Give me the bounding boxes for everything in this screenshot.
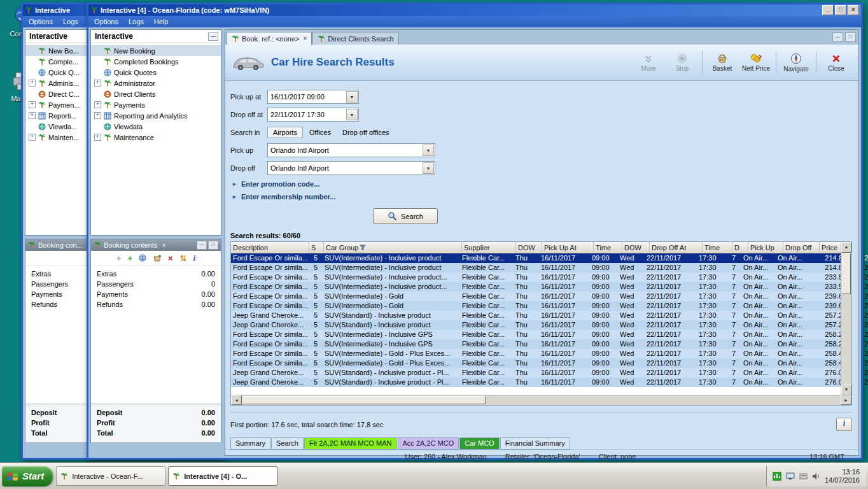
result-row[interactable]: Ford Escape Or simila...5SUV(Intermediat… xyxy=(231,301,851,311)
close-button[interactable]: × xyxy=(848,5,859,15)
tab-book-ref-none[interactable]: Book. ref.: <none>× xyxy=(227,32,312,45)
toolbar-basket-button[interactable]: Basket xyxy=(706,53,738,72)
search-button[interactable]: Search xyxy=(373,208,438,224)
chevron-down-icon[interactable]: ▼ xyxy=(423,145,434,156)
column-header-dow-7[interactable]: DOW xyxy=(622,242,650,253)
tray-chart-icon[interactable] xyxy=(773,472,781,481)
panel-minimize-button[interactable]: — xyxy=(832,32,843,42)
tree-item-direct-clients[interactable]: Direct Clients xyxy=(91,89,221,99)
tree-item-completed-bookings[interactable]: Completed Bookings xyxy=(91,56,221,67)
main-window[interactable]: Interactive [4] - Ocean-Florida (code: w… xyxy=(87,3,863,460)
result-row[interactable]: Jeep Grand Cheroke...5SUV(Standard) - In… xyxy=(231,378,851,387)
column-header-dow-4[interactable]: DOW xyxy=(516,242,542,253)
tray-display-icon[interactable] xyxy=(786,472,795,480)
add-item-icon[interactable]: + xyxy=(127,254,132,262)
column-header-drop-off-12[interactable]: Drop Off xyxy=(783,242,820,253)
scrollbar-thumb[interactable] xyxy=(842,253,851,294)
column-header-d-10[interactable]: D xyxy=(732,242,748,253)
column-header-pick-up-11[interactable]: Pick Up xyxy=(748,242,783,253)
expander-icon[interactable]: + xyxy=(94,112,101,119)
result-row[interactable]: Ford Escape Or simila...5SUV(Intermediat… xyxy=(231,358,851,368)
taskbar-button-interactive-ocean-f[interactable]: Interactive - Ocean-F... xyxy=(56,466,165,486)
tab-direct-clients-search[interactable]: Direct Clients Search xyxy=(312,32,398,45)
transfer-icon[interactable] xyxy=(179,254,187,262)
menu-logs[interactable]: Logs xyxy=(63,18,78,25)
column-header-s-1[interactable]: S xyxy=(309,242,324,253)
main-window-titlebar[interactable]: Interactive [4] - Ocean-Florida (code: w… xyxy=(88,4,861,16)
column-header-time-9[interactable]: Time xyxy=(703,242,732,253)
expander-icon[interactable]: + xyxy=(94,101,101,108)
booking-row-passengers[interactable]: Passengers0 xyxy=(97,279,215,289)
result-row[interactable]: Jeep Grand Cheroke...5SUV(Standard) - In… xyxy=(231,320,851,330)
info-button[interactable]: i xyxy=(836,418,852,431)
menu-logs[interactable]: Logs xyxy=(129,18,144,25)
scroll-down-icon[interactable]: ▼ xyxy=(841,385,851,395)
bottom-tab-financial-summary[interactable]: Financial Summary xyxy=(500,437,570,450)
result-row[interactable]: Ford Escape Or simila...5SUV(Intermediat… xyxy=(231,253,851,263)
expander-icon[interactable]: + xyxy=(94,134,101,141)
result-row[interactable]: Jeep Grand Cheroke...5SUV(Standard) - In… xyxy=(231,368,851,378)
result-row[interactable]: Ford Escape Or simila...5SUV(Intermediat… xyxy=(231,330,851,339)
bottom-tab-flt-2a-2c-man-mco-man[interactable]: Flt 2A,2C MAN MCO MAN xyxy=(304,437,397,450)
search-in-offices[interactable]: Offices xyxy=(304,127,336,138)
add-to-basket-icon[interactable] xyxy=(153,254,162,262)
chevron-down-icon[interactable]: ▼ xyxy=(346,91,358,103)
drag-handle-icon[interactable]: + xyxy=(116,254,122,262)
result-row[interactable]: Ford Escape Or simila...5SUV(Intermediat… xyxy=(231,273,851,282)
result-row[interactable]: Ford Escape Or simila...5SUV(Intermediat… xyxy=(231,282,851,292)
dropoff-at-input[interactable]: 22/11/2017 17:30 ▼ xyxy=(267,108,359,122)
pickup-location-select[interactable]: Orlando Intl Airport ▼ xyxy=(267,143,435,157)
expander-icon[interactable]: + xyxy=(29,134,36,141)
tray-device-icon[interactable] xyxy=(799,472,808,480)
start-button[interactable]: Start xyxy=(2,466,53,486)
result-row[interactable]: Ford Escape Or simila...5SUV(Intermediat… xyxy=(231,263,851,273)
expander-icon[interactable]: + xyxy=(29,112,36,119)
tree-item-viewdata[interactable]: Viewdata xyxy=(91,121,221,132)
booking-row-refunds[interactable]: Refunds0.00 xyxy=(97,299,215,309)
panel-restore-button[interactable]: □ xyxy=(845,32,856,42)
scrollbar-thumb[interactable] xyxy=(242,396,486,404)
membership-number-expander[interactable]: ► Enter membership number... xyxy=(232,193,858,201)
tree-item-administrator[interactable]: +Administrator xyxy=(91,78,221,89)
toolbar-navigate-button[interactable]: Navigate xyxy=(780,53,812,73)
tree-item-payments[interactable]: +Payments xyxy=(91,99,221,110)
maximize-button[interactable]: □ xyxy=(835,5,846,15)
result-row[interactable]: Ford Escape Or simila...5SUV(Intermediat… xyxy=(231,349,851,358)
taskbar-clock[interactable]: 13:16 14/07/2016 xyxy=(825,468,860,485)
search-in-drop-off-offices[interactable]: Drop off offices xyxy=(337,127,395,138)
taskbar-button-interactive-4-o[interactable]: Interactive [4] - O... xyxy=(168,466,277,486)
horizontal-scrollbar[interactable]: ◄ ► xyxy=(231,395,851,405)
promotion-code-expander[interactable]: ► Enter promotion code... xyxy=(232,180,858,188)
vertical-scrollbar[interactable]: ▲ ▼ xyxy=(841,242,851,395)
scroll-left-icon[interactable]: ◄ xyxy=(231,395,242,405)
toolbar-nett-price-button[interactable]: Nett Price xyxy=(740,53,772,72)
column-header-car-group-2[interactable]: Car Group xyxy=(324,242,462,253)
column-header-pick-up-at-5[interactable]: Pick Up At xyxy=(542,242,594,253)
booking-row-extras[interactable]: Extras0.00 xyxy=(97,269,215,279)
column-header-time-6[interactable]: Time xyxy=(594,242,622,253)
booking-row-payments[interactable]: Payments0.00 xyxy=(97,289,215,299)
globe-icon[interactable] xyxy=(139,254,146,262)
result-row[interactable]: Jeep Grand Cheroke...5SUV(Standard) - In… xyxy=(231,311,851,320)
menu-options[interactable]: Options xyxy=(29,18,53,25)
expander-icon[interactable]: + xyxy=(94,80,101,87)
booking-panel-float-button[interactable]: □ xyxy=(208,241,218,250)
tree-item-maintenance[interactable]: +Maintenance xyxy=(91,132,221,143)
booking-panel-minimize-button[interactable]: — xyxy=(197,241,207,250)
scroll-up-icon[interactable]: ▲ xyxy=(841,242,851,253)
toolbar-close-button[interactable]: Close xyxy=(820,53,852,72)
tray-volume-icon[interactable] xyxy=(812,472,820,480)
search-in-airports[interactable]: Airports xyxy=(267,127,303,138)
tree-item-new-booking[interactable]: New Booking xyxy=(91,45,221,56)
bottom-tab-acc-2a-2c-mco[interactable]: Acc 2A,2C MCO xyxy=(398,437,459,450)
panel-minimize-button[interactable]: — xyxy=(208,32,218,41)
chevron-down-icon[interactable]: ▼ xyxy=(423,162,434,174)
result-row[interactable]: Ford Escape Or simila...5SUV(Intermediat… xyxy=(231,339,851,349)
column-header-description-0[interactable]: Description xyxy=(231,242,309,253)
chevron-down-icon[interactable]: ▼ xyxy=(346,109,358,120)
scrollbar-track[interactable] xyxy=(841,295,851,385)
bottom-tab-summary[interactable]: Summary xyxy=(230,437,270,450)
expander-icon[interactable]: + xyxy=(29,101,36,108)
column-header-supplier-3[interactable]: Supplier xyxy=(462,242,516,253)
tree-item-quick-quotes[interactable]: Quick Quotes xyxy=(91,67,221,78)
